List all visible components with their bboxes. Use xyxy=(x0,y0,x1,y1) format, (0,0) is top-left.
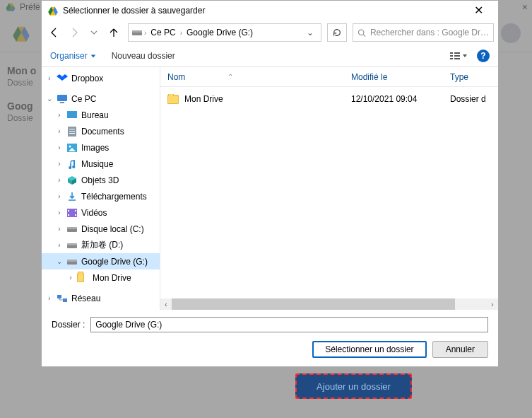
chevron-right-icon[interactable]: › xyxy=(54,192,64,200)
folder-icon xyxy=(77,273,84,282)
document-icon xyxy=(68,127,76,137)
disk-icon xyxy=(66,241,78,250)
chevron-right-icon[interactable]: › xyxy=(54,127,64,135)
toolbar: Organiser Nouveau dossier ? xyxy=(42,45,498,67)
chevron-right-icon[interactable]: › xyxy=(54,241,64,249)
search-input[interactable]: Rechercher dans : Google Dr… xyxy=(353,23,494,42)
scroll-right-icon[interactable]: › xyxy=(487,298,498,310)
tree-item-telechargements[interactable]: ›Téléchargements xyxy=(42,188,160,204)
svg-rect-46 xyxy=(67,227,77,229)
chevron-right-icon[interactable]: › xyxy=(54,144,64,151)
svg-rect-16 xyxy=(450,52,453,54)
file-list[interactable]: Mon Drive 12/10/2021 09:04 Dossier d xyxy=(160,87,498,298)
horizontal-scrollbar[interactable]: ‹ › xyxy=(160,298,498,310)
add-folder-button[interactable]: Ajouter un dossier xyxy=(295,373,412,399)
chevron-down-icon xyxy=(90,53,96,59)
recent-dropdown[interactable] xyxy=(85,24,102,41)
tree-item-musique[interactable]: ›Musique xyxy=(42,156,160,172)
breadcrumb-segment[interactable]: Google Drive (G:) xyxy=(184,28,256,37)
file-list-panel: Nom⌃ Modifié le Type Mon Drive 12/10/202… xyxy=(160,67,498,310)
chevron-right-icon[interactable]: › xyxy=(54,111,64,119)
disk-icon xyxy=(66,257,78,266)
col-name[interactable]: Nom xyxy=(167,72,185,82)
svg-rect-33 xyxy=(69,133,75,134)
scrollbar-thumb[interactable] xyxy=(172,298,455,310)
svg-rect-42 xyxy=(68,214,69,216)
select-folder-button[interactable]: Sélectionner un dossier xyxy=(312,341,426,358)
svg-rect-48 xyxy=(67,243,77,245)
new-folder-button[interactable]: Nouveau dossier xyxy=(112,51,175,61)
svg-rect-50 xyxy=(67,260,77,262)
disk-icon xyxy=(131,28,143,37)
chevron-down-icon[interactable]: ⌄ xyxy=(302,28,318,37)
tree-item-objets3d[interactable]: ›Objets 3D xyxy=(42,172,160,188)
chevron-right-icon[interactable]: › xyxy=(66,274,76,281)
column-headers[interactable]: Nom⌃ Modifié le Type xyxy=(160,67,498,87)
cube-icon xyxy=(67,175,77,185)
chevron-right-icon[interactable]: › xyxy=(45,294,54,302)
forward-button[interactable] xyxy=(66,24,83,41)
help-button[interactable]: ? xyxy=(477,50,490,62)
tree-item-disque-d[interactable]: ›新加卷 (D:) xyxy=(42,237,160,253)
svg-point-35 xyxy=(69,145,71,147)
file-name: Mon Drive xyxy=(184,94,223,104)
svg-rect-32 xyxy=(69,131,75,132)
svg-rect-31 xyxy=(69,129,75,129)
organize-menu[interactable]: Organiser xyxy=(50,51,96,61)
col-modified[interactable]: Modifié le xyxy=(344,72,443,82)
svg-marker-15 xyxy=(90,54,95,57)
tree-item-gdrive[interactable]: ⌄Google Drive (G:) xyxy=(42,253,160,269)
svg-rect-21 xyxy=(454,58,460,59)
file-modified: 12/10/2021 09:04 xyxy=(344,94,443,104)
desktop-icon xyxy=(67,111,77,120)
tree-item-dropbox[interactable]: › Dropbox xyxy=(42,70,160,86)
tree-item-videos[interactable]: ›Vidéos xyxy=(42,204,160,221)
breadcrumb-segment[interactable]: Ce PC xyxy=(148,28,178,37)
chevron-down-icon[interactable]: ⌄ xyxy=(45,95,54,103)
svg-rect-29 xyxy=(67,111,77,118)
video-icon xyxy=(67,209,77,217)
chevron-right-icon[interactable]: › xyxy=(54,176,64,184)
chevron-right-icon[interactable]: › xyxy=(54,160,64,168)
chevron-right-icon[interactable]: › xyxy=(54,225,64,233)
drive-icon xyxy=(47,5,59,16)
col-type[interactable]: Type xyxy=(443,72,498,82)
folder-picker-dialog: Sélectionner le dossier à sauvegarder ✕ … xyxy=(41,0,499,367)
dialog-titlebar: Sélectionner le dossier à sauvegarder ✕ xyxy=(42,1,498,21)
view-mode-button[interactable] xyxy=(450,51,467,61)
tree-item-cepc[interactable]: ⌄ Ce PC xyxy=(42,91,160,107)
svg-rect-44 xyxy=(75,214,76,216)
tree-item-bureau[interactable]: ›Bureau xyxy=(42,107,160,123)
tree-item-documents[interactable]: ›Documents xyxy=(42,123,160,139)
chevron-right-icon[interactable]: › xyxy=(54,209,64,216)
tree-view[interactable]: › Dropbox ⌄ Ce PC ›Bureau ›Documents ›Im… xyxy=(42,67,160,310)
file-row[interactable]: Mon Drive 12/10/2021 09:04 Dossier d xyxy=(160,91,498,107)
tree-item-disque-c[interactable]: ›Disque local (C:) xyxy=(42,221,160,237)
tree-item-mondrive[interactable]: ›Mon Drive xyxy=(42,269,160,286)
scroll-left-icon[interactable]: ‹ xyxy=(160,298,172,310)
svg-marker-22 xyxy=(463,54,467,57)
cancel-button[interactable]: Annuler xyxy=(432,341,488,358)
folder-name-input[interactable] xyxy=(90,317,488,332)
refresh-button[interactable] xyxy=(327,23,347,42)
monitor-icon xyxy=(57,94,68,104)
nav-row: › Ce PC › Google Drive (G:) ⌄ Rechercher… xyxy=(42,21,498,45)
svg-rect-27 xyxy=(57,95,67,101)
tree-item-images[interactable]: ›Images xyxy=(42,139,160,156)
svg-rect-40 xyxy=(67,209,77,217)
tree-item-reseau[interactable]: ›Réseau xyxy=(42,290,160,306)
folder-icon xyxy=(167,95,179,104)
download-icon xyxy=(68,192,76,202)
chevron-right-icon[interactable]: › xyxy=(45,74,54,82)
svg-rect-19 xyxy=(454,52,460,54)
chevron-down-icon[interactable]: ⌄ xyxy=(54,257,64,265)
chevron-right-icon: › xyxy=(144,29,146,37)
svg-rect-17 xyxy=(450,55,453,57)
up-button[interactable] xyxy=(105,24,122,41)
file-type: Dossier d xyxy=(443,94,498,104)
close-button[interactable]: ✕ xyxy=(464,1,492,21)
image-icon xyxy=(67,144,77,152)
breadcrumb[interactable]: › Ce PC › Google Drive (G:) ⌄ xyxy=(128,23,321,42)
back-button[interactable] xyxy=(46,24,63,41)
svg-rect-43 xyxy=(75,210,76,211)
